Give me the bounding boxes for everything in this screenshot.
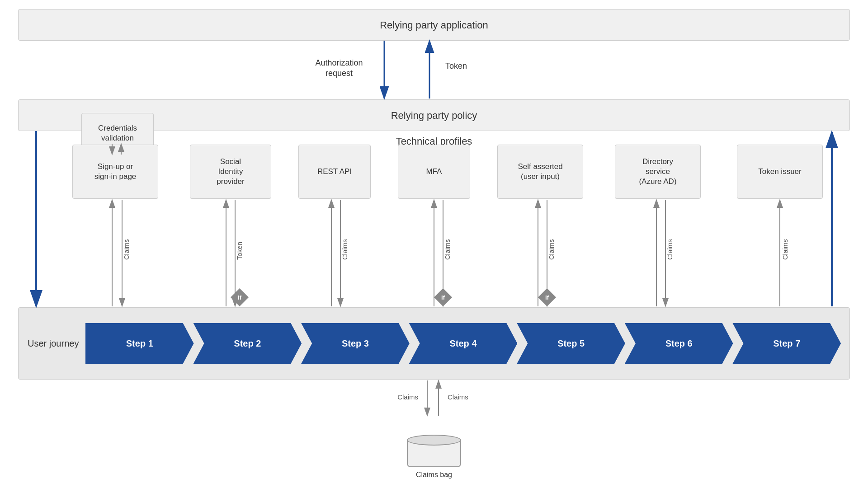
tp-directory-service: Directoryservice(Azure AD) bbox=[615, 145, 701, 199]
tp-mfa: MFA bbox=[398, 145, 470, 199]
rp-app-box: Relying party application bbox=[18, 9, 850, 41]
svg-text:If: If bbox=[545, 294, 549, 301]
rp-app-label: Relying party application bbox=[380, 19, 488, 31]
step-1: Step 1 bbox=[85, 323, 194, 364]
step-3: Step 3 bbox=[301, 323, 410, 364]
user-journey-label: User journey bbox=[28, 338, 79, 349]
step-2: Step 2 bbox=[193, 323, 302, 364]
tp-social-identity: SocialIdentityprovider bbox=[190, 145, 271, 199]
step-5: Step 5 bbox=[517, 323, 625, 364]
step-7: Step 7 bbox=[732, 323, 841, 364]
svg-text:Claims: Claims bbox=[341, 239, 349, 260]
tp-rest-api: REST API bbox=[298, 145, 371, 199]
svg-text:Claims: Claims bbox=[123, 239, 130, 260]
svg-text:Claims: Claims bbox=[781, 239, 789, 260]
svg-text:Token: Token bbox=[445, 61, 467, 70]
rp-policy-label: Relying party policy bbox=[391, 110, 477, 121]
arrows-overlay: Authorization request Token Claims Token… bbox=[0, 0, 868, 488]
svg-text:If: If bbox=[238, 294, 242, 301]
svg-text:Claims: Claims bbox=[443, 239, 451, 260]
step-6: Step 6 bbox=[625, 323, 733, 364]
svg-marker-38 bbox=[231, 288, 249, 306]
tp-self-asserted: Self asserted(user input) bbox=[497, 145, 583, 199]
steps-container: Step 1 Step 2 Step 3 Step 4 Step 5 Step … bbox=[86, 316, 841, 371]
svg-text:Claims: Claims bbox=[547, 239, 555, 260]
claims-bag-label: Claims bag bbox=[416, 471, 452, 479]
tp-token-issuer: Token issuer bbox=[737, 145, 823, 199]
svg-text:If: If bbox=[441, 294, 445, 301]
step-4: Step 4 bbox=[409, 323, 518, 364]
svg-text:Claims: Claims bbox=[666, 239, 674, 260]
claims-bag-top bbox=[407, 435, 461, 446]
svg-text:Claims: Claims bbox=[448, 393, 468, 401]
svg-text:Claims: Claims bbox=[397, 393, 418, 401]
claims-bag-container: Claims bag bbox=[407, 435, 461, 479]
diagram-container: Relying party application Relying party … bbox=[0, 0, 868, 488]
tp-sign-up: Sign-up orsign-in page bbox=[72, 145, 158, 199]
svg-text:request: request bbox=[326, 69, 353, 78]
svg-text:Authorization: Authorization bbox=[315, 58, 363, 67]
svg-text:Token: Token bbox=[236, 242, 243, 260]
svg-marker-40 bbox=[434, 288, 452, 306]
svg-marker-42 bbox=[538, 288, 556, 306]
